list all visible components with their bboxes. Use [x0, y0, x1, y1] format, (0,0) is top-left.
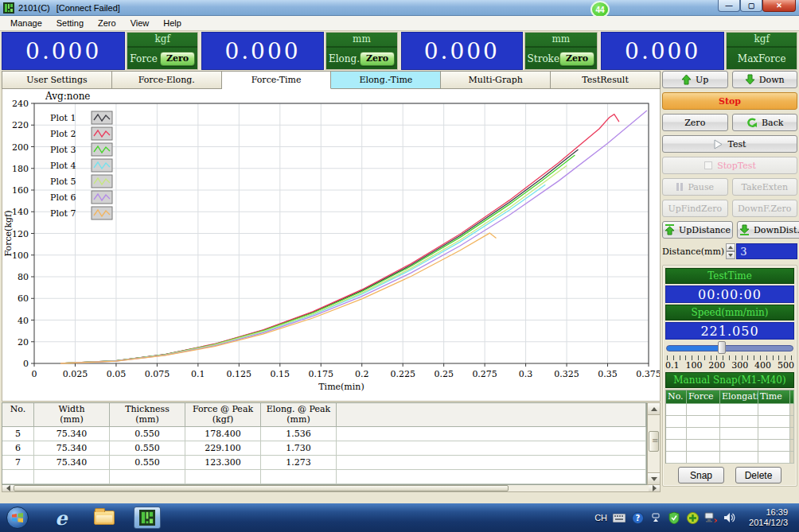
- snap-scroll-strip[interactable]: [790, 428, 794, 440]
- tab-testresult[interactable]: TestResult: [551, 71, 661, 89]
- zero-stroke-button[interactable]: Zero: [559, 52, 594, 66]
- down-button[interactable]: Down: [732, 71, 798, 88]
- svg-text:40: 40: [18, 316, 29, 326]
- tab-elong-time[interactable]: Elong.-Time: [331, 71, 441, 89]
- table-row[interactable]: 675.3400.550229.1001.730: [2, 441, 646, 456]
- menu-item-setting[interactable]: Setting: [49, 17, 91, 29]
- display-value-maxforce: 0.000: [601, 32, 724, 70]
- svg-text:?: ?: [635, 514, 640, 522]
- svg-text:Plot 3: Plot 3: [50, 145, 76, 155]
- table-row-empty: [2, 470, 646, 484]
- svg-text:80: 80: [18, 272, 29, 282]
- updistance-button[interactable]: UpDistance: [662, 221, 733, 239]
- column-header-thickness: Thickness(mm): [110, 403, 185, 427]
- menu-item-view[interactable]: View: [123, 17, 157, 29]
- table-cell: [2, 470, 34, 484]
- windows-logo-icon: [11, 511, 24, 524]
- table-cell: 75.340: [34, 427, 110, 441]
- start-button[interactable]: [6, 507, 29, 529]
- taskbar-clock[interactable]: 16:39 2014/12/3: [744, 506, 794, 530]
- scroll-thumb[interactable]: [14, 485, 509, 491]
- downdist-button[interactable]: DownDist.: [737, 221, 799, 239]
- column-header-force-peak: Force @ Peak(kgf): [185, 403, 261, 427]
- snap-cell: [687, 404, 720, 416]
- stepper-up-icon[interactable]: [726, 243, 735, 251]
- antivirus-plus-icon[interactable]: [686, 511, 699, 524]
- up-button[interactable]: Up: [662, 71, 728, 88]
- svg-text:0.075: 0.075: [145, 369, 170, 379]
- zero-force-button[interactable]: Zero: [160, 52, 195, 66]
- show-hidden-icons[interactable]: [649, 511, 662, 524]
- network-disconnected-icon[interactable]: ✕: [704, 511, 717, 524]
- snap-scroll-strip[interactable]: [790, 452, 794, 464]
- column-header-no: No.: [2, 403, 34, 427]
- help-icon[interactable]: ?: [631, 511, 644, 524]
- menu-item-manage[interactable]: Manage: [3, 17, 49, 29]
- taskbar-app-icon[interactable]: [134, 507, 161, 529]
- minimize-button[interactable]: —: [718, 0, 740, 12]
- security-shield-icon[interactable]: [668, 511, 680, 524]
- snap-scroll-strip[interactable]: [790, 416, 794, 428]
- delete-button[interactable]: Delete: [735, 467, 781, 483]
- snap-cell: [758, 428, 790, 440]
- slider-track[interactable]: [666, 345, 793, 351]
- snap-cell: [758, 416, 790, 428]
- snap-header-time: Time: [758, 390, 790, 404]
- svg-text:0.175: 0.175: [309, 369, 334, 379]
- snap-cell: [687, 428, 720, 440]
- scroll-right-arrow-icon[interactable]: [649, 485, 660, 491]
- scroll-left-arrow-icon[interactable]: [2, 485, 14, 491]
- snap-scroll-strip[interactable]: [790, 440, 794, 452]
- snap-cell: [720, 452, 758, 464]
- snap-cell: [666, 416, 687, 428]
- tab-force-elong[interactable]: Force-Elong.: [112, 71, 222, 89]
- snap-header-no: No.: [666, 390, 687, 404]
- tab-force-time[interactable]: Force-Time: [222, 71, 332, 89]
- table-row[interactable]: 775.3400.550123.3001.273: [2, 456, 646, 470]
- taskbar-explorer-icon[interactable]: [91, 507, 118, 529]
- tab-multi-graph[interactable]: Multi-Graph: [441, 71, 551, 89]
- column-header-width: Width(mm): [34, 403, 110, 427]
- results-vertical-scrollbar[interactable]: [647, 402, 661, 485]
- menu-item-help[interactable]: Help: [156, 17, 189, 29]
- keyboard-icon[interactable]: [613, 511, 626, 524]
- display-maxforce: 0.000kgfMaxForce: [601, 32, 797, 70]
- slider-thumb[interactable]: [718, 341, 726, 354]
- volume-icon[interactable]: [723, 511, 735, 524]
- tab-user-settings[interactable]: User Settings: [2, 71, 112, 89]
- svg-text:Plot 5: Plot 5: [50, 177, 76, 187]
- distance-stepper[interactable]: [726, 243, 735, 259]
- snap-cell: [720, 404, 758, 416]
- svg-text:Plot 2: Plot 2: [50, 129, 76, 139]
- table-cell: 5: [2, 427, 34, 441]
- zero-button[interactable]: Zero: [662, 114, 728, 131]
- menu-item-zero[interactable]: Zero: [91, 17, 123, 29]
- zero-elong-button[interactable]: Zero: [360, 52, 395, 66]
- stop-button[interactable]: Stop: [662, 92, 797, 110]
- scroll-thumb[interactable]: [649, 431, 659, 452]
- back-arrow-icon: [746, 117, 758, 128]
- control-panel: Up Down Stop Zero Back Test StopTest: [662, 71, 797, 502]
- svg-text:200: 200: [12, 142, 29, 153]
- language-indicator[interactable]: CH: [594, 513, 607, 522]
- unit-bottom: StrokeZero: [525, 48, 597, 69]
- snap-button[interactable]: Snap: [678, 467, 724, 483]
- test-button[interactable]: Test: [662, 135, 797, 153]
- back-button[interactable]: Back: [732, 114, 798, 131]
- close-button[interactable]: ✕: [762, 0, 796, 12]
- stepper-down-icon[interactable]: [726, 251, 735, 259]
- snap-header-elongation: Elongation: [720, 390, 758, 404]
- force-time-chart: 02040608010012014016018020022024000.0250…: [2, 89, 661, 402]
- results-horizontal-scrollbar[interactable]: [2, 485, 661, 492]
- table-row[interactable]: 575.3400.550178.4001.536: [2, 427, 646, 441]
- column-header-elong-peak: Elong. @ Peak(mm): [261, 403, 337, 427]
- speed-slider[interactable]: [666, 341, 793, 354]
- snap-scroll-strip[interactable]: [790, 404, 794, 416]
- taskbar-ie-icon[interactable]: e: [48, 507, 75, 529]
- maximize-button[interactable]: ▢: [740, 0, 762, 12]
- scroll-down-arrow-icon[interactable]: [648, 472, 660, 484]
- distance-field[interactable]: 3: [736, 243, 797, 259]
- scroll-up-arrow-icon[interactable]: [648, 403, 660, 415]
- svg-text:160: 160: [12, 185, 29, 196]
- menu-bar: ManageSettingZeroViewHelp: [0, 16, 799, 31]
